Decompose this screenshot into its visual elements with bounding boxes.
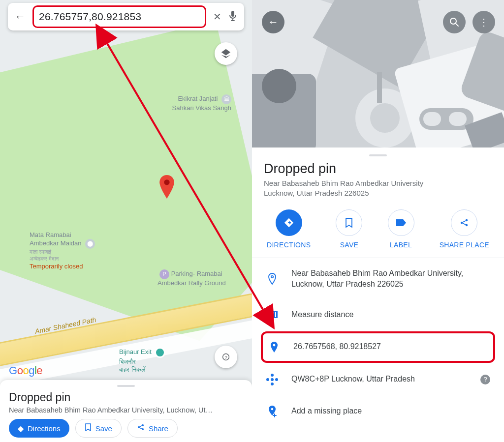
directions-icon: ◆ — [18, 424, 24, 433]
save-button[interactable]: Save — [75, 419, 122, 438]
layers-button[interactable] — [215, 42, 237, 65]
share-button[interactable]: Share — [127, 419, 178, 438]
poi-maidan[interactable]: Mata Ramabai Ambedkar Maidan ⬤ माता रमाब… — [30, 231, 118, 270]
locate-button[interactable]: ? — [215, 346, 237, 368]
svg-point-0 — [164, 179, 169, 185]
search-button[interactable] — [443, 11, 466, 33]
pin-outline-icon — [266, 273, 279, 285]
hero-image-placeholder: ← ⋮ — [252, 0, 504, 147]
svg-point-12 — [271, 276, 273, 278]
share-action[interactable]: SHARE PLACE — [440, 209, 489, 249]
poi-marker-icon: ⬤ — [85, 239, 95, 249]
poi-bijnaur[interactable]: Bijnaur Exit बिजनौर बाहर निकलें — [119, 347, 165, 373]
search-input[interactable]: 26.765757,80.921853 — [39, 11, 141, 23]
help-icon[interactable]: ? — [480, 375, 490, 384]
place-title: Dropped pin — [264, 161, 492, 177]
back-icon[interactable]: ← — [15, 10, 26, 23]
pluscode-icon — [266, 374, 279, 385]
svg-point-9 — [461, 221, 463, 223]
poi-parking[interactable]: P Parking- Ramabai Ambedkar Rally Ground — [158, 269, 246, 287]
sheet-title: Dropped pin — [9, 391, 243, 404]
svg-line-8 — [456, 24, 458, 26]
add-place-row[interactable]: Add a missing place — [264, 395, 492, 428]
label-action[interactable]: LABEL — [388, 209, 414, 249]
svg-text:?: ? — [224, 355, 227, 360]
svg-point-10 — [466, 219, 468, 221]
place-detail-sheet: ← ⋮ Dropped pin Near Babasaheb Bhim Rao … — [252, 0, 504, 442]
directions-action[interactable]: DIRECTIONS — [267, 209, 311, 249]
svg-point-14 — [271, 408, 273, 410]
svg-point-7 — [450, 18, 456, 24]
svg-rect-1 — [231, 11, 234, 17]
pluscode-row[interactable]: QW8C+8P Lucknow, Uttar Pradesh ? — [264, 364, 492, 395]
svg-point-11 — [466, 224, 468, 226]
sheet-handle-icon[interactable] — [117, 385, 135, 387]
sheet-address: Near Babasaheb Bhim Rao Ambedkar Univers… — [9, 406, 243, 414]
bookmark-icon — [85, 423, 92, 433]
back-button[interactable]: ← — [262, 11, 284, 33]
add-place-icon — [266, 405, 279, 418]
parking-icon: P — [159, 269, 169, 279]
overflow-menu-button[interactable]: ⋮ — [472, 11, 495, 33]
dropped-pin-icon[interactable] — [158, 175, 175, 199]
action-row: DIRECTIONS SAVE LABEL SHARE PLACE — [264, 199, 492, 258]
poi-marker-icon: 🏛 — [221, 94, 231, 104]
sheet-handle-icon[interactable] — [369, 154, 387, 156]
pin-filled-icon — [268, 341, 281, 353]
map-screenshot-left: Amar Shaheed Path Ekikrat Janjati 🏛 Sahk… — [0, 0, 252, 442]
measure-distance-row[interactable]: Measure distance — [264, 299, 492, 330]
metro-exit-icon — [155, 347, 165, 358]
save-action[interactable]: SAVE — [336, 209, 362, 249]
clear-icon[interactable]: ✕ — [213, 11, 221, 23]
directions-button[interactable]: ◆ Directions — [9, 419, 69, 438]
poi-ekikrat[interactable]: Ekikrat Janjati 🏛 Sahkari Vikas Sangh — [123, 94, 231, 112]
share-icon — [137, 423, 145, 433]
ruler-icon — [266, 311, 279, 318]
search-bar: ← 26.765757,80.921853 ✕ — [8, 3, 244, 30]
address-row[interactable]: Near Babasaheb Bhim Rao Ambedkar Univers… — [264, 258, 492, 300]
search-highlight-annotation: 26.765757,80.921853 — [32, 5, 206, 28]
coordinates-row[interactable]: 26.7657568, 80.9218527 — [261, 331, 495, 363]
svg-point-13 — [273, 344, 276, 346]
google-logo: Google — [9, 364, 42, 377]
mic-icon[interactable] — [228, 10, 237, 24]
bottom-sheet-compact[interactable]: Dropped pin Near Babasaheb Bhim Rao Ambe… — [0, 380, 252, 442]
place-address: Near Babasaheb Bhim Rao Ambedkar Univers… — [264, 178, 492, 199]
